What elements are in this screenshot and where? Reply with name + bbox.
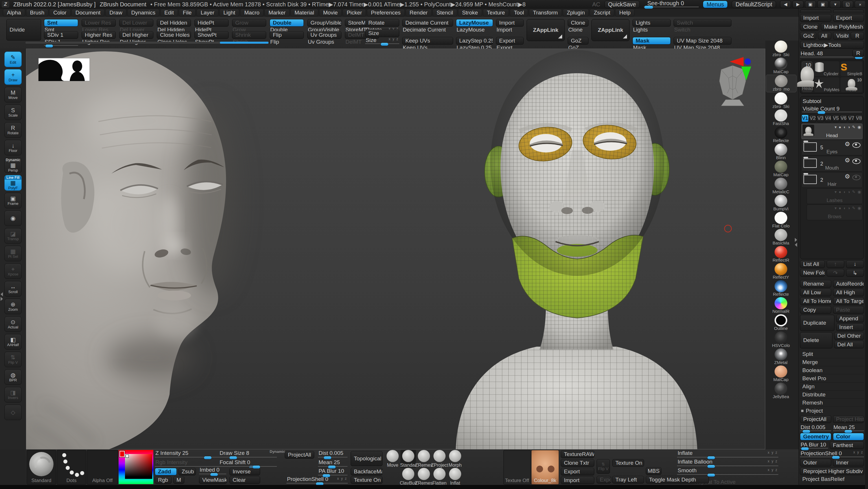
quick-brush[interactable]: ClayBuil xyxy=(400,468,416,486)
append-button[interactable]: Append xyxy=(836,315,864,322)
shelf-cell[interactable]: LazyMouse LazyMouse xyxy=(456,19,493,34)
menu-item[interactable]: Zplugin xyxy=(563,9,589,17)
shelf-button[interactable]: Del Lower xyxy=(119,19,153,27)
left-tool-button[interactable]: ◨ Invers xyxy=(4,387,22,402)
shelf-button[interactable]: Switch xyxy=(674,19,732,27)
default-zscript-button[interactable]: DefaultZScript xyxy=(732,1,776,8)
mbs-button[interactable]: MBS xyxy=(646,467,661,475)
menu-item[interactable]: Layer xyxy=(196,9,218,17)
tool-thumbnail[interactable]: S SimpleB xyxy=(840,61,862,76)
subtool-section-row[interactable]: Bevel Pro xyxy=(800,374,864,383)
shelf-cell[interactable]: Smt Smt xyxy=(44,19,78,28)
shelf-button[interactable]: Mask xyxy=(632,37,671,44)
projectall-button[interactable]: ProjectAll xyxy=(285,451,314,459)
m-toggle[interactable]: M xyxy=(173,476,184,484)
panel-button[interactable]: Rename xyxy=(800,280,831,287)
new-folder-button[interactable]: New Folder xyxy=(800,269,825,277)
subtool-mini-icon[interactable]: ▾ xyxy=(835,125,837,129)
window-control-icon[interactable]: ▣ xyxy=(805,1,816,8)
zadd-toggle[interactable]: Zadd xyxy=(155,468,177,476)
redo-arrow-button[interactable]: ↷ xyxy=(827,269,844,277)
subtool-mini-icon[interactable]: ◑ xyxy=(848,189,850,194)
tool-export-button[interactable]: Export xyxy=(833,14,864,22)
material-swatch[interactable]: MetalicC xyxy=(766,178,796,195)
left-tool-button[interactable]: ✎ Edit xyxy=(4,52,22,67)
shelf-button[interactable]: Double xyxy=(270,19,304,27)
shelf-cell[interactable]: GroupVisible GroupVisible xyxy=(307,19,341,28)
visible-count-slider[interactable]: Visible Count 9 xyxy=(802,105,862,113)
texture-button[interactable]: TextureRAW xyxy=(561,451,594,458)
left-tool-button[interactable]: ◪ Transp xyxy=(4,228,22,244)
left-tool-button[interactable]: R Rotate xyxy=(4,122,22,138)
zapplink-button[interactable]: ZAppLink xyxy=(527,19,565,41)
rgb-toggle[interactable]: Rgb xyxy=(155,476,172,484)
window-control-icon[interactable]: × xyxy=(855,1,866,8)
shelf-cell[interactable]: Switch Switch xyxy=(674,19,732,34)
subtool-header[interactable]: Subtool xyxy=(802,97,863,105)
sculpt-canvas[interactable] xyxy=(26,49,765,449)
subtool-mini-icon[interactable]: ◉ xyxy=(858,125,861,129)
menu-item[interactable]: Texture xyxy=(483,9,509,17)
viewmask-button[interactable]: ViewMask xyxy=(199,476,227,484)
del-other-button[interactable]: Del Other xyxy=(834,332,864,340)
material-swatch[interactable]: zbro_Ski xyxy=(766,40,796,58)
menu-item[interactable]: Render xyxy=(406,9,432,17)
shelf-button[interactable]: Uv Groups xyxy=(307,31,341,39)
tool-thumbnail[interactable]: PolyMes xyxy=(814,77,839,92)
material-swatch[interactable]: zbro_Ski xyxy=(766,92,796,110)
left-tool-button[interactable]: ⊙ Actual xyxy=(4,316,22,332)
shelf-button[interactable]: ShowPt xyxy=(194,31,228,39)
tool-thumbnail[interactable]: 10 Head xyxy=(840,77,862,92)
pa-blur-slider[interactable]: PA Blur 10 xyxy=(800,441,828,449)
tool-thumbnail[interactable]: Cylinder xyxy=(814,61,839,76)
subtool-row[interactable]: 2 ▾●◖◑✎◉ ⚙ Mouth xyxy=(802,156,863,172)
shelf-button[interactable]: GoZ xyxy=(568,37,589,44)
shelf-button[interactable]: UV Map Size 2048 xyxy=(674,37,732,44)
subtool-mini-icon[interactable]: ◖ xyxy=(843,189,845,194)
visibility-tab[interactable]: V6 xyxy=(840,115,847,122)
visibility-tab[interactable]: V4 xyxy=(825,115,832,122)
texture-off-thumbnail[interactable]: Texture Off xyxy=(503,450,531,485)
left-tool-button[interactable]: ⊕ Zoom xyxy=(4,299,22,314)
shelf-button[interactable]: Rotate xyxy=(365,19,399,27)
draw-size-slider[interactable]: Draw Size 8 xyxy=(219,451,277,458)
eye-icon[interactable] xyxy=(852,159,861,164)
quick-brush[interactable]: Inflat xyxy=(447,468,463,486)
shelf-cell[interactable]: Del Hidden Del Hidden xyxy=(157,19,191,28)
shelf-button[interactable]: LazyMouse xyxy=(456,19,493,27)
tool-import-button[interactable]: Import xyxy=(800,14,831,22)
menu-item[interactable]: Transform xyxy=(529,9,562,17)
window-control-icon[interactable]: ◱ xyxy=(842,1,853,8)
shelf-button[interactable]: Lower Res xyxy=(82,19,116,27)
goz-visible-button[interactable]: Visible xyxy=(833,32,849,40)
shelf-button[interactable]: Del Hidden xyxy=(157,19,191,27)
goz-button[interactable]: GoZ xyxy=(800,32,816,40)
visibility-tab[interactable]: V3 xyxy=(817,115,824,122)
shelf-button[interactable]: Close Holes xyxy=(157,31,191,39)
left-tool-button[interactable]: ⌖ Xpose xyxy=(4,263,22,279)
visibility-tab[interactable]: V8 xyxy=(855,115,863,122)
shelf-button[interactable]: SDiv 1 xyxy=(44,31,78,39)
panel-button[interactable]: Paste xyxy=(833,306,864,314)
material-swatch[interactable]: BumpVi xyxy=(766,195,796,212)
shelf-cell[interactable]: Lower Res Lower Res xyxy=(82,19,116,28)
shelf-button[interactable]: HidePt xyxy=(194,19,228,27)
zapplink-button[interactable]: ZAppLink xyxy=(591,19,629,41)
material-swatch[interactable]: Reflecte xyxy=(766,126,796,144)
menu-item[interactable]: Document xyxy=(71,9,105,17)
panel-button[interactable]: All High xyxy=(833,289,864,296)
panel-button[interactable]: All To Home xyxy=(800,298,831,305)
move-into-folder-button[interactable]: ↳ xyxy=(846,269,864,277)
material-swatch[interactable]: JellyBea xyxy=(766,383,796,400)
slider-handle[interactable] xyxy=(381,43,388,46)
material-swatch[interactable]: NormalR xyxy=(766,297,796,314)
focal-shift-slider[interactable]: Focal Shift 0 xyxy=(219,460,277,467)
material-swatch[interactable]: ReflectY xyxy=(766,263,796,280)
gear-icon[interactable]: ⚙ xyxy=(844,157,850,164)
window-control-icon[interactable]: ▣ xyxy=(817,1,828,8)
menu-item[interactable]: Marker xyxy=(265,9,290,17)
subtool-mini-icon[interactable]: ▾ xyxy=(835,189,837,194)
left-tool-button[interactable]: ▦ Pt Sel xyxy=(4,246,22,261)
menu-item[interactable]: Color xyxy=(49,9,70,17)
material-swatch[interactable]: MatCap xyxy=(766,58,796,75)
